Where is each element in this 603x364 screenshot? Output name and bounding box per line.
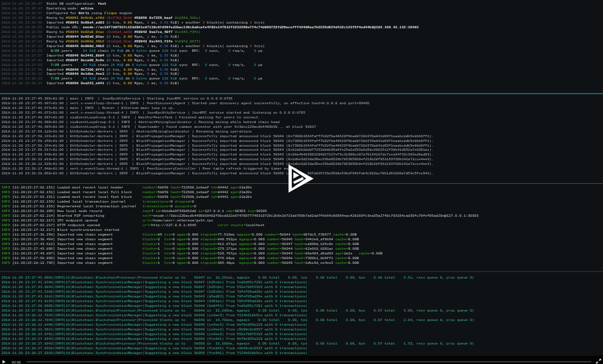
svg-text:00:00: 00:00 [12, 359, 21, 363]
